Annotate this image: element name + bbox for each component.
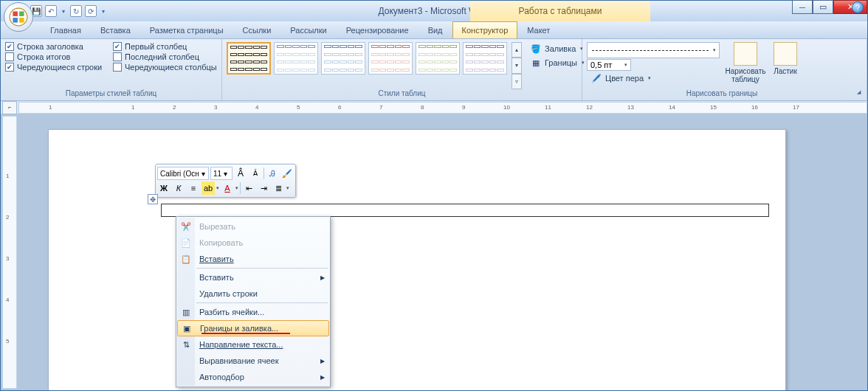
horizontal-ruler[interactable]: 11234567891011121314151617 [18,102,867,114]
chk-banded-cols[interactable]: Чередующиеся столбцы [113,63,217,72]
align-center-icon[interactable]: ≡ [187,181,200,195]
grow-font-icon[interactable]: Â [234,167,247,180]
draw-table-button[interactable]: Нарисовать таблицу [726,41,765,89]
decrease-indent-icon[interactable]: ⇤ [242,181,255,195]
workspace: 12345 Calibri (Осн ▾ 11 ▾ Â Ǎ Ꭿ 🖌️ Ж [1,114,867,390]
minimize-button[interactable]: ─ [792,0,813,14]
svg-rect-2 [19,11,24,16]
highlight-icon[interactable]: ab [202,181,215,195]
tab-table-layout[interactable]: Макет [517,21,559,38]
ctx-text-direction[interactable]: ⇅Направление текста... [177,336,329,353]
context-menu: ✂️Вырезать 📄Копировать 📋Вставить Вставит… [176,216,331,387]
chk-header-row[interactable]: Строка заголовка [5,42,113,51]
ctx-cell-alignment[interactable]: Выравнивание ячеек▶ [177,353,329,369]
tab-design[interactable]: Конструктор [452,21,518,38]
font-size-select[interactable]: 11 ▾ [210,167,232,180]
chk-banded-rows[interactable]: Чередующиеся строки [5,63,113,72]
paste-icon: 📋 [180,255,192,264]
tab-view[interactable]: Вид [418,21,452,38]
ctx-split-cells[interactable]: ▥Разбить ячейки... [177,304,329,320]
table-move-handle-icon[interactable]: ✥ [148,194,158,204]
border-style-select[interactable]: ▾ [587,42,720,58]
page: Calibri (Осн ▾ 11 ▾ Â Ǎ Ꭿ 🖌️ Ж К ≡ ab … [48,129,786,390]
font-select[interactable]: Calibri (Осн ▾ [157,167,209,180]
highlight-mark [202,333,290,334]
style-thumb[interactable] [321,42,365,75]
increase-indent-icon[interactable]: ⇥ [257,181,270,195]
shading-button[interactable]: 🪣Заливка▾ [526,42,588,55]
borders-icon: ▦ [530,58,542,68]
bold-icon[interactable]: Ж [157,181,170,195]
group-table-styles: ▴ ▾ ▿ 🪣Заливка▾ ▦Границы▾ Стили таблиц [222,39,582,100]
tab-review[interactable]: Рецензирование [337,21,418,38]
border-width-select[interactable]: 0,5 пт▾ [587,59,631,71]
pen-color-button[interactable]: 🖊️Цвет пера▾ [587,72,720,85]
ctx-copy: 📄Копировать [177,235,329,251]
ctx-insert[interactable]: Вставить▶ [177,269,329,286]
styles-gallery: ▴ ▾ ▿ [227,41,522,89]
ctx-borders-shading[interactable]: ▣Границы и заливка... [177,320,329,336]
format-painter-icon[interactable]: 🖌️ [280,167,294,180]
undo-icon[interactable]: ↶ [45,5,57,17]
chk-first-col[interactable]: Первый столбец [113,42,217,51]
repeat-icon[interactable]: ⟳ [85,5,97,17]
chk-last-col[interactable]: Последний столбец [113,52,217,61]
borders-icon: ▣ [181,324,193,333]
svg-point-0 [10,8,27,26]
tab-page-layout[interactable]: Разметка страницы [140,21,233,38]
eraser-button[interactable]: Ластик [765,41,805,89]
svg-rect-4 [19,18,24,23]
group-label-style-options: Параметры стилей таблиц [5,89,217,100]
redo-icon[interactable]: ↻ [70,5,82,17]
ctx-autofit[interactable]: Автоподбор▶ [177,369,329,385]
tab-insert[interactable]: Вставка [91,21,140,38]
bullets-icon[interactable]: ≣ [272,181,285,195]
text-dir-icon: ⇅ [180,340,192,350]
pen-icon: 🖊️ [590,73,602,83]
eraser-icon [774,42,797,66]
office-button[interactable] [4,2,33,32]
cut-icon: ✂️ [180,222,192,232]
font-color-icon[interactable]: A [221,181,234,195]
gallery-more-icon[interactable]: ▿ [512,74,522,89]
undo-more-icon[interactable]: ▾ [60,8,67,15]
window-title: Документ3 - Microsoft Word [1,6,867,16]
ruler-row: ⌐ 11234567891011121314151617 [1,101,867,114]
italic-icon[interactable]: К [172,181,185,195]
vertical-ruler[interactable]: 12345 [2,116,17,389]
gallery-down-icon[interactable]: ▾ [512,58,522,73]
styles-icon[interactable]: Ꭿ [266,167,279,180]
document-area[interactable]: Calibri (Осн ▾ 11 ▾ Â Ǎ Ꭿ 🖌️ Ж К ≡ ab … [18,114,867,390]
ribbon: Строка заголовка Строка итогов Чередующи… [1,39,867,101]
borders-button[interactable]: ▦Границы▾ [526,56,588,69]
style-thumb[interactable] [368,42,413,75]
group-draw-borders: ▾ 0,5 пт▾ 🖊️Цвет пера▾ Нарисовать таблиц… [582,39,867,100]
style-thumb[interactable] [416,42,460,75]
style-thumb[interactable] [274,42,318,75]
style-thumb[interactable] [463,42,507,75]
tab-references[interactable]: Ссылки [233,21,281,38]
group-label-draw-borders: Нарисовать границы [587,89,862,100]
titlebar: 💾 ↶ ▾ ↻ ⟳ ▾ Документ3 - Microsoft Word Р… [1,1,867,21]
tab-mailings[interactable]: Рассылки [280,21,336,38]
group-label-table-styles: Стили таблиц [227,89,577,100]
app-window: 💾 ↶ ▾ ↻ ⟳ ▾ Документ3 - Microsoft Word Р… [0,0,868,391]
maximize-button[interactable]: ▭ [813,0,833,14]
copy-icon: 📄 [180,238,192,248]
shrink-font-icon[interactable]: Ǎ [249,167,262,180]
ctx-paste[interactable]: 📋Вставить [177,251,329,267]
chk-total-row[interactable]: Строка итогов [5,52,113,61]
tab-home[interactable]: Главная [41,21,91,38]
ctx-cut: ✂️Вырезать [177,218,329,235]
qat-customize-icon[interactable]: ▾ [100,8,107,15]
split-icon: ▥ [180,308,192,317]
mini-toolbar: Calibri (Осн ▾ 11 ▾ Â Ǎ Ꭿ 🖌️ Ж К ≡ ab … [155,164,296,198]
style-thumb[interactable] [227,42,271,75]
tab-selector-icon[interactable]: ⌐ [2,101,17,114]
help-icon[interactable]: ? [852,1,864,13]
gallery-up-icon[interactable]: ▴ [512,42,522,58]
svg-rect-3 [13,18,18,23]
contextual-tab-title: Работа с таблицами [470,1,650,21]
group-style-options: Строка заголовка Строка итогов Чередующи… [1,39,222,100]
ctx-delete-rows[interactable]: Удалить строки [177,286,329,302]
